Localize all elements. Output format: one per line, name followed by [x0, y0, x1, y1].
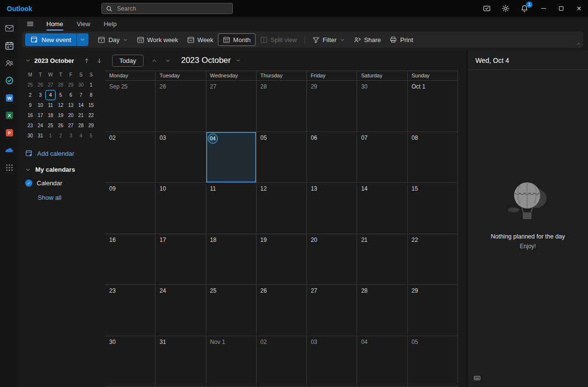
date-cell[interactable]: 05 [408, 336, 458, 387]
date-cell[interactable]: 20 [307, 234, 357, 285]
date-cell[interactable]: 10 [156, 183, 206, 234]
date-cell[interactable]: 08 [408, 132, 458, 183]
date-cell[interactable]: 23 [105, 285, 156, 336]
view-month-button[interactable]: Month [218, 33, 256, 46]
mini-date-cell[interactable]: 25 [45, 120, 56, 131]
mini-date-cell[interactable]: 5 [86, 131, 96, 141]
view-day-button[interactable]: Day [93, 33, 132, 46]
mini-date-cell[interactable]: 26 [35, 80, 45, 90]
next-month-arrow-icon[interactable] [96, 58, 102, 64]
previous-period-chevron-icon[interactable] [148, 54, 161, 67]
date-cell[interactable]: 22 [408, 234, 458, 285]
mini-date-cell[interactable]: 21 [76, 110, 86, 120]
add-calendar-button[interactable]: Add calendar [25, 149, 105, 157]
mini-date-cell[interactable]: 4 [45, 90, 56, 100]
mini-date-cell[interactable]: 19 [56, 110, 66, 120]
date-cell[interactable]: 03 [307, 336, 357, 387]
mini-date-cell[interactable]: 24 [35, 120, 45, 131]
date-cell[interactable]: 17 [156, 234, 206, 285]
powerpoint-icon[interactable]: P [3, 126, 15, 139]
mini-date-cell[interactable]: 13 [66, 100, 76, 110]
date-cell[interactable]: 04 [206, 132, 257, 183]
date-cell[interactable]: 19 [257, 234, 307, 285]
mini-date-cell[interactable]: 28 [76, 120, 86, 131]
mini-date-cell[interactable]: 15 [86, 100, 96, 110]
mini-date-cell[interactable]: 28 [56, 80, 66, 90]
mini-calendar-title[interactable]: 2023 October [34, 57, 80, 64]
date-cell[interactable]: 26 [257, 285, 307, 336]
mini-date-cell[interactable]: 16 [25, 110, 35, 120]
mini-date-cell[interactable]: 30 [76, 80, 86, 90]
calendar-checkbox[interactable]: ✓ [25, 179, 32, 187]
date-cell[interactable]: 07 [357, 132, 407, 183]
date-cell[interactable]: 25 [206, 285, 257, 336]
mini-date-cell[interactable]: 23 [25, 120, 35, 131]
mail-icon[interactable] [3, 22, 15, 34]
print-button[interactable]: Print [385, 33, 417, 46]
mini-date-cell[interactable]: 22 [86, 110, 96, 120]
next-period-chevron-icon[interactable] [162, 54, 174, 67]
share-button[interactable]: Share [349, 33, 386, 46]
settings-gear-icon[interactable] [501, 4, 510, 14]
mini-date-cell[interactable]: 8 [86, 90, 96, 100]
date-cell[interactable]: 04 [357, 336, 407, 387]
mini-date-cell[interactable]: 30 [25, 131, 35, 141]
calendar-list-item[interactable]: ✓ Calendar [25, 179, 105, 187]
date-cell[interactable]: 14 [357, 183, 407, 234]
close-button[interactable]: × [570, 0, 588, 17]
todo-icon[interactable] [3, 74, 15, 87]
hamburger-menu-icon[interactable] [23, 18, 37, 29]
maximize-button[interactable] [552, 0, 570, 17]
date-cell[interactable]: 28 [257, 81, 307, 132]
date-cell[interactable]: 31 [156, 336, 206, 387]
date-cell[interactable]: 05 [257, 132, 307, 183]
filter-button[interactable]: Filter [308, 33, 349, 46]
date-cell[interactable]: 02 [105, 132, 156, 183]
date-cell[interactable]: 29 [307, 81, 357, 132]
date-cell[interactable]: 30 [105, 336, 156, 387]
date-cell[interactable]: 26 [156, 81, 206, 132]
today-button[interactable]: Today [112, 55, 143, 67]
search-box[interactable] [101, 3, 233, 14]
mini-date-cell[interactable]: 20 [66, 110, 76, 120]
date-cell[interactable]: Sep 25 [105, 81, 156, 132]
date-cell[interactable]: 11 [206, 183, 257, 234]
mini-date-cell[interactable]: 18 [45, 110, 56, 120]
tab-help[interactable]: Help [97, 18, 124, 30]
previous-month-arrow-icon[interactable] [84, 58, 90, 64]
date-cell[interactable]: 21 [357, 234, 407, 285]
my-calendars-toggle[interactable]: My calendars [25, 166, 105, 173]
mini-date-cell[interactable]: 11 [45, 100, 56, 110]
date-cell[interactable]: 18 [206, 234, 257, 285]
onedrive-icon[interactable] [3, 144, 15, 156]
ribbon-collapse-chevron-icon[interactable] [576, 41, 581, 48]
date-cell[interactable]: 15 [408, 183, 458, 234]
date-cell[interactable]: 28 [357, 285, 407, 336]
mini-date-cell[interactable]: 5 [56, 90, 66, 100]
mini-date-cell[interactable]: 6 [66, 90, 76, 100]
mini-date-cell[interactable]: 12 [56, 100, 66, 110]
date-cell[interactable]: 24 [156, 285, 206, 336]
new-event-button[interactable]: New event [25, 33, 76, 46]
month-picker-chevron-icon[interactable] [235, 58, 241, 63]
date-cell[interactable]: Oct 1 [408, 81, 458, 132]
mini-date-cell[interactable]: 25 [25, 80, 35, 90]
mini-date-cell[interactable]: 1 [45, 131, 56, 141]
agenda-panel-toggle-icon[interactable] [473, 374, 481, 383]
outlook-logo[interactable]: Outlook [7, 5, 32, 13]
date-cell[interactable]: 16 [105, 234, 156, 285]
more-apps-icon[interactable] [3, 161, 15, 174]
show-all-link[interactable]: Show all [25, 194, 105, 201]
date-cell[interactable]: Nov 1 [206, 336, 257, 387]
date-cell[interactable]: 06 [307, 132, 357, 183]
calendar-icon[interactable] [3, 39, 15, 52]
mini-date-cell[interactable]: 27 [45, 80, 56, 90]
mini-date-cell[interactable]: 27 [66, 120, 76, 131]
word-icon[interactable]: W [3, 91, 15, 104]
feedback-icon[interactable] [482, 4, 491, 14]
mini-date-cell[interactable]: 17 [35, 110, 45, 120]
search-input[interactable] [116, 5, 229, 13]
date-cell[interactable]: 27 [307, 285, 357, 336]
mini-date-cell[interactable]: 10 [35, 100, 45, 110]
mini-date-cell[interactable]: 3 [66, 131, 76, 141]
